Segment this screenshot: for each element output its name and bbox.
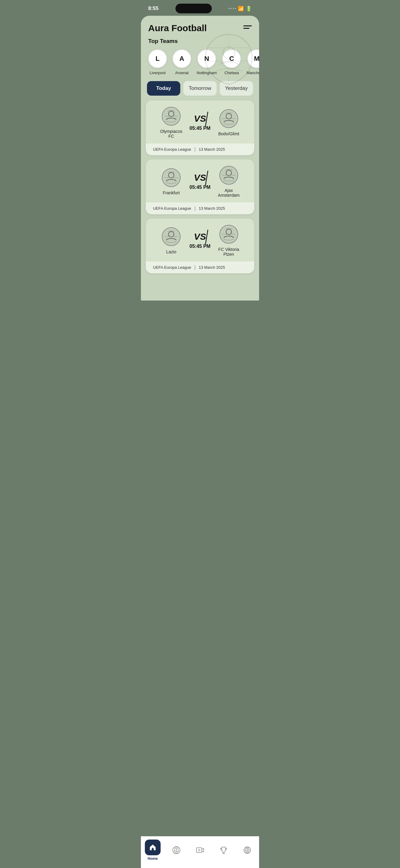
match-date-1: 13 March 2025	[199, 206, 225, 211]
away-team-name-0: Bodo/Glimt	[218, 131, 239, 136]
away-team-logo-0	[219, 109, 238, 128]
wifi-icon: 📶	[238, 6, 244, 11]
status-right: 📶 🔋	[228, 6, 252, 11]
home-team-block-2: Lazio	[153, 227, 190, 254]
team-name-1: Arsenal	[175, 70, 189, 75]
team-avatar-2: N	[197, 49, 216, 68]
match-league-0: UEFA Europa League	[153, 147, 191, 152]
home-team-name-1: Frankfurt	[163, 190, 180, 195]
match-footer-1: UEFA Europa League 13 March 2025	[146, 203, 254, 214]
match-league-2: UEFA Europa League	[153, 265, 191, 270]
match-card-1[interactable]: Frankfurt VS 05:45 PM Aj	[146, 159, 254, 214]
home-team-name-2: Lazio	[166, 249, 176, 254]
team-name-0: Liverpool	[150, 70, 166, 75]
home-team-logo-0	[162, 106, 181, 126]
status-time: 8:55	[148, 5, 159, 11]
vs-block-2: VS 05:45 PM	[190, 232, 210, 249]
match-time-2: 05:45 PM	[190, 244, 210, 249]
vs-block-1: VS 05:45 PM	[190, 173, 210, 190]
home-team-logo-1	[162, 168, 181, 187]
match-date-0: 13 March 2025	[199, 147, 225, 152]
team-item-nottingham[interactable]: N Nottingham	[197, 49, 217, 75]
match-card-2[interactable]: Lazio VS 05:45 PM FC Vik	[146, 218, 254, 273]
main-card: Aura Football Top Teams L Liverpool A Ar…	[141, 16, 259, 301]
app-title: Aura Football	[148, 23, 207, 33]
team-item-chelsea[interactable]: C Chelsea	[222, 49, 241, 75]
tab-today[interactable]: Today	[147, 81, 180, 96]
team-name-2: Nottingham	[197, 70, 217, 75]
match-main-1: Frankfurt VS 05:45 PM Aj	[146, 159, 254, 203]
menu-line-2	[243, 28, 249, 29]
away-team-logo-2	[219, 224, 238, 244]
match-main-2: Lazio VS 05:45 PM FC Vik	[146, 218, 254, 261]
team-avatar-1: A	[172, 49, 191, 68]
matches-list: Olympiacos FC VS 05:45 PM	[141, 100, 259, 273]
date-tabs: TodayTomorrowYesterday	[141, 78, 259, 100]
team-item-arsenal[interactable]: A Arsenal	[172, 49, 191, 75]
home-team-name-0: Olympiacos FC	[158, 129, 185, 138]
teams-scroll: L Liverpool A Arsenal N Nottingham C Che…	[141, 48, 259, 78]
vs-block-0: VS 05:45 PM	[190, 114, 210, 131]
team-item-liverpool[interactable]: L Liverpool	[148, 49, 167, 75]
tab-yesterday[interactable]: Yesterday	[220, 81, 253, 96]
svg-line-5	[205, 112, 208, 126]
footer-divider-2	[195, 266, 195, 270]
match-footer-0: UEFA Europa League 13 March 2025	[146, 144, 254, 155]
match-footer-2: UEFA Europa League 13 March 2025	[146, 261, 254, 273]
away-team-block-0: Bodo/Glimt	[210, 109, 247, 136]
away-team-block-1: Ajax Amsterdam	[210, 165, 247, 198]
match-main-0: Olympiacos FC VS 05:45 PM	[146, 100, 254, 144]
dynamic-island	[175, 4, 212, 13]
svg-line-23	[205, 230, 208, 244]
footer-divider-1	[195, 207, 195, 211]
footer-divider-0	[195, 147, 195, 152]
menu-line-1	[243, 25, 252, 26]
team-name-3: Chelsea	[225, 70, 239, 75]
away-team-name-1: Ajax Amsterdam	[215, 188, 242, 198]
tab-tomorrow[interactable]: Tomorrow	[183, 81, 217, 96]
header: Aura Football	[141, 16, 259, 33]
svg-line-14	[205, 171, 208, 185]
home-team-logo-2	[162, 227, 181, 246]
team-avatar-0: L	[148, 49, 167, 68]
away-team-name-2: FC Viktoria Plzen	[215, 247, 242, 257]
top-teams-label: Top Teams	[141, 33, 259, 48]
battery-icon: 🔋	[246, 6, 252, 11]
match-league-1: UEFA Europa League	[153, 206, 191, 211]
away-team-logo-1	[219, 165, 238, 185]
team-avatar-4: M	[247, 49, 259, 68]
home-team-block-1: Frankfurt	[153, 168, 190, 195]
away-team-block-2: FC Viktoria Plzen	[210, 224, 247, 257]
home-team-block-0: Olympiacos FC	[153, 106, 190, 138]
status-bar: 8:55 📶 🔋	[141, 0, 259, 16]
match-time-0: 05:45 PM	[190, 126, 210, 131]
match-card-0[interactable]: Olympiacos FC VS 05:45 PM	[146, 100, 254, 155]
match-time-1: 05:45 PM	[190, 185, 210, 190]
menu-button[interactable]	[243, 23, 252, 29]
team-avatar-3: C	[222, 49, 241, 68]
team-item-manchester[interactable]: M Manchester	[246, 49, 259, 75]
match-date-2: 13 March 2025	[199, 265, 225, 270]
signal-dots	[228, 8, 236, 9]
team-name-4: Manchester	[246, 70, 259, 75]
